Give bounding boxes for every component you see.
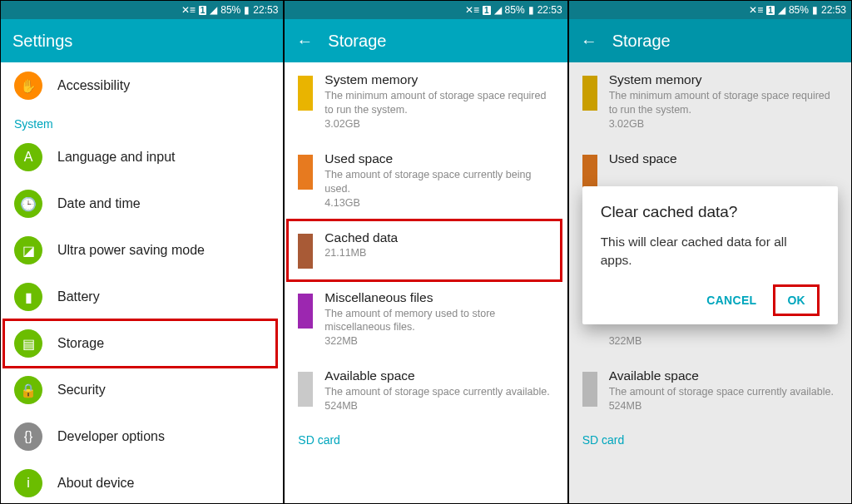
row-title: Miscellaneous files — [324, 290, 553, 305]
app-bar: ← Storage — [285, 19, 567, 62]
row-about[interactable]: i About device — [1, 460, 283, 503]
panel-storage: ✕≡ 1 ◢ 85% ▮ 22:53 ← Storage System memo… — [284, 0, 567, 504]
row-title: System memory — [324, 72, 553, 87]
row-misc-files[interactable]: Miscellaneous files The amount of memory… — [285, 280, 567, 359]
clock: 22:53 — [537, 4, 562, 16]
sd-card-section[interactable]: SD card — [285, 423, 567, 457]
dialog-body: This will clear cached data for all apps… — [601, 233, 820, 269]
row-developer[interactable]: {} Developer options — [1, 413, 283, 460]
row-system-memory: System memory The minimum amount of stor… — [569, 62, 851, 141]
storage-list[interactable]: System memory The minimum amount of stor… — [285, 62, 567, 503]
developer-icon: {} — [14, 422, 42, 451]
row-value: 524MB — [609, 400, 838, 412]
row-desc: The amount of storage space currently av… — [609, 385, 838, 399]
sd-card-section: SD card — [569, 423, 851, 457]
row-system-memory[interactable]: System memory The minimum amount of stor… — [285, 62, 567, 141]
color-swatch — [298, 372, 313, 407]
row-label: Storage — [57, 336, 104, 351]
row-desc: The amount of memory used to store misce… — [324, 307, 553, 335]
clock: 22:53 — [821, 4, 846, 16]
panel-settings: ✕≡ 1 ◢ 85% ▮ 22:53 Settings ✋ Accessibil… — [0, 0, 284, 504]
status-bar: ✕≡ 1 ◢ 85% ▮ 22:53 — [285, 1, 567, 19]
row-storage[interactable]: ▤ Storage — [1, 320, 283, 367]
row-accessibility[interactable]: ✋ Accessibility — [1, 62, 283, 109]
row-desc: The minimum amount of storage space requ… — [324, 89, 553, 117]
clear-cache-dialog: Clear cached data? This will clear cache… — [582, 186, 838, 324]
color-swatch — [582, 76, 597, 111]
row-label: About device — [57, 476, 135, 491]
row-value: 21.11MB — [324, 247, 553, 259]
battery-icon: ▮ — [14, 283, 42, 311]
row-title: Cached data — [324, 230, 553, 245]
row-available-space: Available space The amount of storage sp… — [569, 358, 851, 423]
status-bar: ✕≡ 1 ◢ 85% ▮ 22:53 — [569, 1, 851, 19]
row-title: Used space — [609, 151, 838, 166]
app-bar: Settings — [1, 19, 283, 62]
signal-icon: ◢ — [494, 4, 502, 16]
color-swatch — [298, 76, 313, 111]
row-label: Battery — [57, 289, 100, 304]
row-label: Language and input — [57, 150, 175, 165]
row-datetime[interactable]: 🕒 Date and time — [1, 180, 283, 227]
security-icon: 🔒 — [14, 376, 42, 404]
row-cached-data[interactable]: Cached data 21.11MB — [285, 220, 567, 280]
row-label: Ultra power saving mode — [57, 243, 205, 258]
row-value: 3.02GB — [609, 118, 838, 130]
page-title: Storage — [612, 32, 671, 51]
storage-list-dimmed: System memory The minimum amount of stor… — [569, 62, 851, 503]
row-used-space[interactable]: Used space The amount of storage space c… — [285, 141, 567, 220]
row-desc: The amount of storage space currently be… — [324, 168, 553, 196]
dialog-actions: CANCEL OK — [601, 284, 820, 316]
row-desc: The amount of storage space currently av… — [324, 385, 553, 399]
dialog-scrim[interactable]: Clear cached data? This will clear cache… — [569, 172, 851, 338]
highlight-ok: OK — [773, 284, 820, 316]
row-language[interactable]: A Language and input — [1, 134, 283, 180]
row-title: Used space — [324, 151, 553, 166]
battery-percent: 85% — [220, 4, 240, 16]
color-swatch — [582, 372, 597, 407]
row-value: 322MB — [324, 335, 553, 347]
signal-icon: ◢ — [210, 4, 217, 16]
storage-icon: ▤ — [14, 329, 42, 358]
row-battery[interactable]: ▮ Battery — [1, 274, 283, 320]
mute-icon: ✕≡ — [181, 4, 196, 16]
row-label: Accessibility — [57, 78, 130, 93]
row-ultra-power[interactable]: ◪ Ultra power saving mode — [1, 227, 283, 274]
cancel-button[interactable]: CANCEL — [695, 284, 768, 316]
battery-icon: ▮ — [528, 4, 534, 16]
row-label: Developer options — [57, 429, 165, 444]
dialog-title: Clear cached data? — [601, 203, 820, 221]
row-label: Security — [57, 383, 106, 398]
battery-icon: ▮ — [244, 4, 250, 16]
settings-list[interactable]: ✋ Accessibility System A Language and in… — [1, 62, 283, 503]
back-icon[interactable]: ← — [581, 32, 597, 49]
page-title: Storage — [328, 32, 386, 51]
app-bar: ← Storage — [569, 19, 851, 62]
ok-button[interactable]: OK — [775, 287, 817, 314]
row-value: 4.13GB — [324, 197, 553, 209]
row-security[interactable]: 🔒 Security — [1, 367, 283, 413]
color-swatch — [298, 155, 313, 190]
page-title: Settings — [12, 32, 72, 51]
about-icon: i — [14, 469, 42, 497]
ultra-power-icon: ◪ — [14, 236, 42, 264]
sim-badge: 1 — [766, 6, 775, 15]
signal-icon: ◢ — [778, 4, 785, 16]
mute-icon: ✕≡ — [749, 4, 763, 16]
panel-storage-dialog: ✕≡ 1 ◢ 85% ▮ 22:53 ← Storage System memo… — [568, 0, 852, 504]
row-value: 3.02GB — [324, 118, 553, 130]
color-swatch — [298, 294, 313, 329]
row-title: Available space — [324, 368, 553, 383]
row-title: System memory — [609, 72, 838, 87]
language-icon: A — [14, 143, 42, 171]
sim-badge: 1 — [483, 6, 491, 15]
row-available-space[interactable]: Available space The amount of storage sp… — [285, 358, 567, 423]
back-icon[interactable]: ← — [296, 32, 313, 49]
battery-percent: 85% — [505, 4, 525, 16]
mute-icon: ✕≡ — [465, 4, 479, 16]
status-bar: ✕≡ 1 ◢ 85% ▮ 22:53 — [1, 1, 283, 19]
color-swatch — [298, 234, 313, 269]
datetime-icon: 🕒 — [14, 190, 42, 218]
clock: 22:53 — [253, 4, 278, 16]
accessibility-icon: ✋ — [14, 72, 42, 100]
